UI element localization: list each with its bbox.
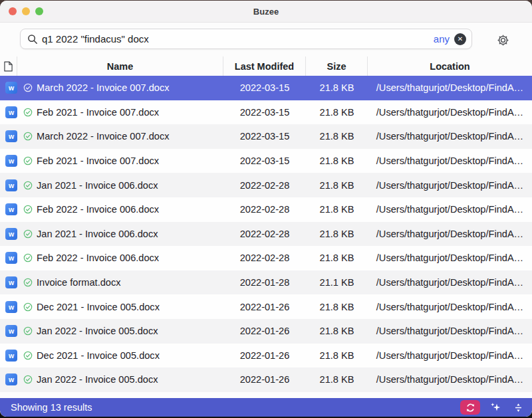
file-icon-cell: w bbox=[0, 276, 17, 288]
table-row[interactable]: w Jan 2021 - Invoice 006.docx 2022-02-28… bbox=[0, 222, 532, 247]
word-docx-icon: w bbox=[5, 106, 17, 118]
file-name: Jan 2022 - Invoice 005.docx bbox=[37, 374, 158, 385]
size-cell: 21.8 KB bbox=[306, 253, 368, 263]
table-row[interactable]: w Dec 2021 - Invoice 005.docx 2022-01-26… bbox=[0, 294, 532, 319]
modified-cell: 2022-03-15 bbox=[223, 131, 306, 142]
size-cell: 21.8 KB bbox=[306, 374, 368, 385]
name-cell: Jan 2022 - Invoice 005.docx bbox=[17, 326, 223, 336]
location-cell: /Users/thatgurjot/Desktop/FindA… bbox=[368, 131, 532, 142]
modified-cell: 2022-01-28 bbox=[223, 277, 306, 288]
sparkles-icon bbox=[490, 402, 501, 413]
modified-cell: 2022-01-26 bbox=[223, 326, 306, 336]
file-name: Feb 2021 - Invoice 007.docx bbox=[37, 156, 159, 166]
column-header-size[interactable]: Size bbox=[306, 56, 368, 76]
location-cell: /Users/thatgurjot/Desktop/FindA… bbox=[368, 180, 532, 191]
file-icon-cell: w bbox=[0, 325, 17, 337]
table-row[interactable]: w Jan 2022 - Invoice 005.docx 2022-01-26… bbox=[0, 319, 532, 344]
table-row[interactable]: w Jan 2022 - Invoice 005.docx 2022-01-26… bbox=[0, 367, 532, 392]
file-icon-cell: w bbox=[0, 82, 17, 94]
file-name: Jan 2021 - Invoice 006.docx bbox=[37, 229, 158, 239]
table-row[interactable]: w Feb 2021 - Invoice 007.docx 2022-03-15… bbox=[0, 149, 532, 173]
size-cell: 21.8 KB bbox=[306, 350, 368, 361]
table-row[interactable]: w Jan 2021 - Invoice 006.docx 2022-02-28… bbox=[0, 173, 532, 197]
size-cell: 21.8 KB bbox=[306, 82, 368, 93]
sync-icon bbox=[466, 403, 475, 413]
modified-cell: 2022-03-15 bbox=[223, 107, 306, 118]
table-row[interactable]: w Invoice format.docx 2022-01-28 21.1 KB… bbox=[0, 270, 532, 295]
table-row[interactable]: w Feb 2021 - Invoice 007.docx 2022-03-15… bbox=[0, 100, 532, 125]
status-bar: Showing 13 results bbox=[0, 398, 532, 417]
file-icon-cell: w bbox=[0, 155, 17, 167]
word-docx-icon: w bbox=[5, 130, 17, 142]
scope-filter-link[interactable]: any bbox=[434, 33, 450, 45]
status-actions bbox=[460, 400, 525, 415]
ai-sparkles-button[interactable] bbox=[488, 400, 503, 415]
name-cell: March 2022 - Invoice 007.docx bbox=[17, 131, 223, 142]
size-cell: 21.8 KB bbox=[306, 156, 368, 166]
size-cell: 21.1 KB bbox=[306, 277, 368, 288]
word-docx-icon: w bbox=[5, 179, 17, 191]
gear-icon bbox=[497, 34, 509, 47]
file-icon-cell: w bbox=[0, 203, 17, 215]
modified-cell: 2022-01-26 bbox=[223, 302, 306, 312]
word-docx-icon: w bbox=[5, 276, 17, 288]
compact-view-button[interactable] bbox=[511, 400, 525, 415]
minimize-window-button[interactable] bbox=[22, 7, 30, 15]
column-header-name[interactable]: Name bbox=[17, 56, 223, 76]
location-cell: /Users/thatgurjot/Desktop/FindA… bbox=[368, 156, 532, 166]
file-name: Feb 2021 - Invoice 007.docx bbox=[37, 107, 159, 118]
file-name: Jan 2021 - Invoice 006.docx bbox=[37, 180, 158, 191]
name-cell: Invoice format.docx bbox=[17, 277, 223, 288]
column-header-location[interactable]: Location bbox=[368, 56, 532, 76]
file-name: Invoice format.docx bbox=[37, 277, 121, 288]
file-icon-cell: w bbox=[0, 179, 17, 191]
word-docx-icon: w bbox=[5, 228, 17, 240]
check-circle-icon bbox=[23, 375, 33, 384]
name-cell: Feb 2022 - Invoice 006.docx bbox=[17, 204, 223, 215]
search-section: any ✕ bbox=[0, 23, 532, 56]
size-cell: 21.8 KB bbox=[306, 326, 368, 336]
name-cell: Jan 2021 - Invoice 006.docx bbox=[17, 180, 223, 191]
file-name: March 2022 - Invoice 007.docx bbox=[37, 82, 170, 93]
size-cell: 21.8 KB bbox=[306, 229, 368, 239]
word-docx-icon: w bbox=[5, 350, 17, 362]
zoom-window-button[interactable] bbox=[35, 7, 43, 15]
title-bar: Buzee bbox=[0, 1, 532, 23]
table-row[interactable]: w Feb 2022 - Invoice 006.docx 2022-02-28… bbox=[0, 197, 532, 222]
column-header-modified[interactable]: Last Modifed bbox=[223, 56, 306, 76]
file-name: Dec 2021 - Invoice 005.docx bbox=[37, 350, 160, 361]
table-row[interactable]: w Dec 2021 - Invoice 005.docx 2022-01-26… bbox=[0, 344, 532, 368]
check-circle-icon bbox=[23, 181, 33, 190]
file-name: Dec 2021 - Invoice 005.docx bbox=[37, 302, 160, 312]
check-circle-icon bbox=[23, 108, 33, 117]
x-icon: ✕ bbox=[458, 36, 463, 43]
table-row[interactable]: w March 2022 - Invoice 007.docx 2022-03-… bbox=[0, 124, 532, 149]
location-cell: /Users/thatgurjot/Desktop/FindA… bbox=[368, 107, 532, 118]
file-icon-cell: w bbox=[0, 228, 17, 240]
file-icon-cell: w bbox=[0, 130, 17, 142]
file-icon-cell: w bbox=[0, 252, 17, 264]
name-cell: Dec 2021 - Invoice 005.docx bbox=[17, 302, 223, 312]
word-docx-icon: w bbox=[5, 301, 17, 313]
settings-button[interactable] bbox=[495, 33, 510, 47]
column-header-filetype[interactable] bbox=[0, 56, 17, 76]
file-name: March 2022 - Invoice 007.docx bbox=[37, 131, 170, 142]
table-footer-gap bbox=[0, 392, 532, 398]
location-cell: /Users/thatgurjot/Desktop/FindA… bbox=[368, 374, 532, 385]
refresh-button[interactable] bbox=[460, 400, 480, 415]
check-circle-icon bbox=[23, 132, 33, 141]
name-cell: Dec 2021 - Invoice 005.docx bbox=[17, 350, 223, 361]
table-row[interactable]: w March 2022 - Invoice 007.docx 2022-03-… bbox=[0, 76, 532, 100]
search-box: any ✕ bbox=[20, 29, 472, 49]
location-cell: /Users/thatgurjot/Desktop/FindA… bbox=[368, 350, 532, 361]
word-docx-icon: w bbox=[5, 155, 17, 167]
close-window-button[interactable] bbox=[9, 7, 17, 15]
search-input[interactable] bbox=[38, 33, 434, 45]
check-circle-icon bbox=[23, 156, 33, 165]
check-circle-icon bbox=[23, 205, 33, 214]
name-cell: Feb 2021 - Invoice 007.docx bbox=[17, 156, 223, 166]
check-circle-icon bbox=[23, 278, 33, 287]
table-row[interactable]: w Feb 2022 - Invoice 006.docx 2022-02-28… bbox=[0, 246, 532, 270]
clear-search-button[interactable]: ✕ bbox=[454, 33, 466, 45]
check-circle-icon bbox=[23, 83, 33, 92]
